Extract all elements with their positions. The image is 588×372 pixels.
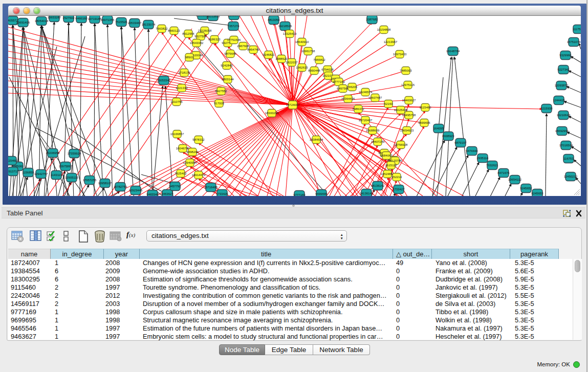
svg-text:6794028: 6794028 bbox=[321, 68, 334, 71]
svg-text:19654923: 19654923 bbox=[400, 129, 414, 132]
svg-text:16033809: 16033809 bbox=[206, 16, 220, 18]
svg-text:10025438: 10025438 bbox=[394, 108, 408, 112]
svg-text:3215938: 3215938 bbox=[540, 107, 553, 110]
svg-text:10975867: 10975867 bbox=[59, 165, 73, 168]
svg-text:17359924: 17359924 bbox=[68, 152, 81, 155]
svg-text:1527602: 1527602 bbox=[62, 16, 75, 19]
svg-text:17016504: 17016504 bbox=[559, 144, 573, 147]
svg-text:2087682: 2087682 bbox=[366, 18, 378, 21]
svg-text:9245652: 9245652 bbox=[520, 187, 532, 190]
svg-text:6879197: 6879197 bbox=[454, 141, 467, 144]
svg-text:9245653: 9245653 bbox=[531, 192, 543, 195]
svg-text:8186323: 8186323 bbox=[208, 38, 221, 41]
svg-text:6466160: 6466160 bbox=[75, 17, 88, 20]
svg-text:164095: 164095 bbox=[433, 127, 444, 130]
svg-text:12093872: 12093872 bbox=[555, 84, 569, 87]
svg-text:12923446: 12923446 bbox=[129, 189, 143, 192]
svg-text:5878312: 5878312 bbox=[192, 138, 205, 141]
svg-text:10719185: 10719185 bbox=[88, 17, 102, 20]
svg-text:8813054: 8813054 bbox=[268, 18, 280, 21]
svg-text:10607487: 10607487 bbox=[368, 96, 382, 99]
svg-text:9327509: 9327509 bbox=[194, 35, 207, 38]
svg-text:16046786: 16046786 bbox=[176, 147, 190, 150]
svg-text:9777169: 9777169 bbox=[293, 193, 306, 196]
svg-text:9146821: 9146821 bbox=[263, 53, 275, 56]
svg-text:1822037: 1822037 bbox=[286, 61, 298, 64]
svg-text:19384554: 19384554 bbox=[310, 138, 323, 141]
svg-text:1615112: 1615112 bbox=[385, 164, 398, 167]
svg-text:2967608: 2967608 bbox=[237, 45, 249, 48]
svg-text:10653287: 10653287 bbox=[48, 16, 61, 19]
svg-text:10961758: 10961758 bbox=[301, 50, 315, 53]
svg-text:20206958: 20206958 bbox=[46, 151, 60, 155]
svg-text:9115460: 9115460 bbox=[420, 106, 432, 109]
svg-text:12905115: 12905115 bbox=[65, 176, 79, 179]
svg-text:18407249: 18407249 bbox=[371, 140, 385, 143]
svg-text:18300295: 18300295 bbox=[265, 112, 279, 115]
svg-text:9777169: 9777169 bbox=[333, 80, 345, 83]
svg-text:9463627: 9463627 bbox=[161, 192, 173, 195]
svg-text:9875645: 9875645 bbox=[224, 52, 236, 55]
svg-text:10958107: 10958107 bbox=[98, 182, 112, 185]
svg-text:18054014: 18054014 bbox=[35, 19, 49, 23]
svg-text:1588520: 1588520 bbox=[275, 57, 288, 60]
svg-text:9465546: 9465546 bbox=[146, 193, 159, 196]
svg-text:7632621: 7632621 bbox=[486, 164, 498, 167]
svg-text:7515526: 7515526 bbox=[115, 20, 127, 24]
svg-text:17751546: 17751546 bbox=[227, 38, 241, 41]
svg-text:16210643: 16210643 bbox=[557, 114, 571, 117]
svg-text:746206: 746206 bbox=[347, 85, 358, 89]
svg-text:9115460: 9115460 bbox=[8, 159, 17, 162]
svg-text:10654112: 10654112 bbox=[508, 178, 522, 181]
svg-text:62160: 62160 bbox=[384, 102, 393, 105]
svg-text:19463627: 19463627 bbox=[402, 99, 416, 102]
svg-text:15720407: 15720407 bbox=[359, 119, 373, 122]
svg-text:8660123: 8660123 bbox=[168, 29, 180, 32]
svg-text:8912954: 8912954 bbox=[182, 32, 194, 35]
svg-text:1733426: 1733426 bbox=[216, 192, 228, 195]
svg-text:1733427: 1733427 bbox=[393, 188, 405, 191]
svg-text:12975115: 12975115 bbox=[401, 83, 415, 86]
svg-text:1962615: 1962615 bbox=[296, 66, 308, 69]
svg-text:20691406: 20691406 bbox=[16, 21, 30, 24]
svg-text:8938923: 8938923 bbox=[442, 135, 454, 138]
svg-text:98901: 98901 bbox=[185, 56, 194, 59]
svg-text:12213967: 12213967 bbox=[384, 40, 398, 43]
svg-text:9457791: 9457791 bbox=[169, 185, 181, 188]
svg-text:7486372: 7486372 bbox=[352, 107, 364, 111]
svg-text:13325419: 13325419 bbox=[283, 32, 297, 35]
svg-text:1010755: 1010755 bbox=[170, 100, 183, 103]
svg-text:20364436: 20364436 bbox=[341, 97, 355, 100]
svg-text:2935114: 2935114 bbox=[477, 157, 489, 160]
svg-text:19166857: 19166857 bbox=[170, 133, 184, 136]
svg-text:19756928: 19756928 bbox=[394, 143, 408, 146]
svg-text:7663822: 7663822 bbox=[156, 27, 168, 30]
svg-text:12450212: 12450212 bbox=[564, 175, 578, 178]
svg-text:12942757: 12942757 bbox=[34, 172, 48, 176]
svg-text:16543382: 16543382 bbox=[190, 41, 204, 45]
svg-text:9498242: 9498242 bbox=[186, 150, 199, 154]
svg-text:8990448: 8990448 bbox=[308, 69, 320, 72]
svg-text:10973433: 10973433 bbox=[393, 53, 407, 56]
svg-text:1156859: 1156859 bbox=[23, 171, 35, 174]
svg-text:3913717: 3913717 bbox=[8, 170, 19, 173]
svg-text:18133074: 18133074 bbox=[142, 23, 156, 26]
svg-text:9227342: 9227342 bbox=[557, 68, 570, 71]
svg-text:23226058: 23226058 bbox=[198, 29, 212, 32]
svg-text:19218506: 19218506 bbox=[278, 25, 292, 28]
svg-text:1117532: 1117532 bbox=[573, 28, 581, 31]
svg-text:20053346: 20053346 bbox=[157, 79, 171, 82]
svg-text:16246574: 16246574 bbox=[359, 91, 373, 94]
svg-text:7955812: 7955812 bbox=[313, 58, 325, 61]
svg-text:8427552: 8427552 bbox=[215, 90, 227, 93]
svg-text:16971355: 16971355 bbox=[101, 18, 115, 21]
svg-text:7357274: 7357274 bbox=[227, 25, 239, 28]
svg-text:9474444: 9474444 bbox=[466, 149, 478, 152]
svg-text:7485003: 7485003 bbox=[400, 69, 412, 72]
svg-text:10688609: 10688609 bbox=[366, 129, 380, 132]
svg-text:17957255: 17957255 bbox=[83, 179, 97, 182]
svg-text:8131054: 8131054 bbox=[228, 16, 240, 17]
svg-text:18495758: 18495758 bbox=[402, 114, 416, 117]
svg-text:9242845: 9242845 bbox=[221, 64, 233, 67]
svg-text:1221330: 1221330 bbox=[176, 86, 188, 90]
